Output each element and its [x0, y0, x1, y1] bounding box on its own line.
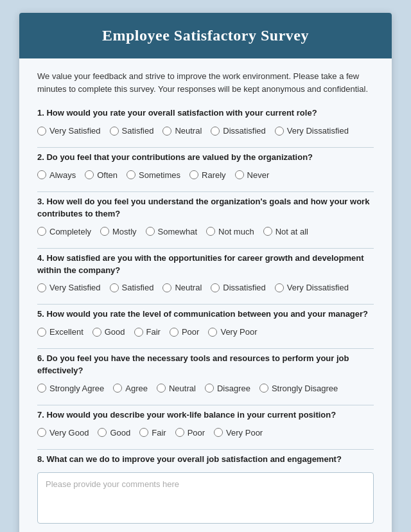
option-label-q1-1: Satisfied [122, 126, 154, 136]
option-item-q1-2[interactable]: Neutral [162, 126, 202, 136]
radio-q2-4[interactable] [235, 170, 244, 179]
radio-q2-1[interactable] [85, 170, 94, 179]
option-item-q4-4[interactable]: Very Dissatisfied [275, 283, 349, 292]
question-text-q3: 3. How well do you feel you understand t… [37, 196, 374, 220]
radio-q7-3[interactable] [175, 428, 184, 437]
radio-q6-0[interactable] [37, 384, 46, 393]
option-item-q1-4[interactable]: Very Dissatisfied [275, 126, 349, 136]
options-row-q7: Very GoodGoodFairPoorVery Poor [37, 428, 374, 438]
option-item-q7-2[interactable]: Fair [139, 428, 166, 438]
option-item-q6-2[interactable]: Neutral [157, 384, 196, 393]
radio-q1-2[interactable] [162, 127, 171, 136]
option-label-q5-0: Excellent [49, 327, 83, 337]
radio-q2-0[interactable] [37, 170, 46, 179]
option-item-q3-3[interactable]: Not much [206, 227, 254, 236]
options-row-q5: ExcellentGoodFairPoorVery Poor [37, 327, 374, 337]
radio-q2-2[interactable] [127, 170, 136, 179]
question-block-q4: 4. How satisfied are you with the opport… [37, 253, 374, 305]
option-item-q4-0[interactable]: Very Satisfied [37, 283, 101, 292]
radio-q1-1[interactable] [110, 127, 119, 136]
survey-title: Employee Satisfactory Survey [39, 27, 372, 44]
radio-q2-3[interactable] [189, 170, 198, 179]
option-item-q7-1[interactable]: Good [98, 428, 130, 438]
option-item-q4-2[interactable]: Neutral [162, 283, 202, 292]
question-text-q8: 8. What can we do to improve your overal… [37, 454, 374, 466]
option-label-q6-3: Disagree [217, 384, 250, 393]
option-item-q1-3[interactable]: Dissatisfied [211, 126, 265, 136]
option-label-q7-2: Fair [152, 428, 166, 438]
radio-q5-4[interactable] [208, 328, 217, 337]
intro-text: We value your feedback and strive to imp… [37, 70, 374, 96]
radio-q4-1[interactable] [110, 283, 119, 292]
radio-q4-0[interactable] [37, 283, 46, 292]
radio-q6-1[interactable] [113, 384, 122, 393]
radio-q6-2[interactable] [157, 384, 166, 393]
option-item-q6-3[interactable]: Disagree [205, 384, 250, 393]
option-item-q4-3[interactable]: Dissatisfied [211, 283, 265, 292]
radio-q5-2[interactable] [134, 328, 143, 337]
survey-card: Employee Satisfactory Survey We value yo… [19, 13, 392, 532]
option-item-q2-1[interactable]: Often [85, 170, 118, 180]
option-item-q7-0[interactable]: Very Good [37, 428, 89, 438]
option-label-q3-3: Not much [218, 227, 254, 236]
radio-q1-0[interactable] [37, 127, 46, 136]
options-row-q4: Very SatisfiedSatisfiedNeutralDissatisfi… [37, 283, 374, 292]
option-item-q1-1[interactable]: Satisfied [110, 126, 154, 136]
option-item-q6-1[interactable]: Agree [113, 384, 148, 393]
radio-q7-2[interactable] [139, 428, 148, 437]
radio-q6-3[interactable] [205, 384, 214, 393]
option-item-q2-0[interactable]: Always [37, 170, 76, 180]
option-item-q5-2[interactable]: Fair [134, 327, 161, 337]
option-label-q5-3: Poor [182, 327, 199, 337]
option-item-q2-4[interactable]: Never [235, 170, 270, 180]
question-block-q1: 1. How would you rate your overall satis… [37, 107, 374, 148]
option-item-q3-2[interactable]: Somewhat [146, 227, 197, 236]
radio-q1-4[interactable] [275, 127, 284, 136]
option-item-q3-0[interactable]: Completely [37, 227, 91, 236]
radio-q3-1[interactable] [100, 227, 109, 236]
option-item-q3-4[interactable]: Not at all [263, 227, 308, 236]
radio-q7-0[interactable] [37, 428, 46, 437]
radio-q6-4[interactable] [259, 384, 268, 393]
option-item-q1-0[interactable]: Very Satisfied [37, 126, 101, 136]
radio-q4-2[interactable] [162, 283, 171, 292]
option-item-q7-3[interactable]: Poor [175, 428, 205, 438]
option-label-q5-2: Fair [146, 327, 161, 337]
options-row-q6: Strongly AgreeAgreeNeutralDisagreeStrong… [37, 384, 374, 393]
option-label-q3-2: Somewhat [158, 227, 197, 236]
option-item-q2-2[interactable]: Sometimes [127, 170, 180, 180]
radio-q7-4[interactable] [214, 428, 223, 437]
radio-q3-2[interactable] [146, 227, 155, 236]
radio-q3-0[interactable] [37, 227, 46, 236]
question-text-q7: 7. How would you describe your work-life… [37, 409, 374, 421]
option-item-q7-4[interactable]: Very Poor [214, 428, 263, 438]
survey-body: We value your feedback and strive to imp… [19, 58, 392, 532]
option-label-q5-4: Very Poor [220, 327, 257, 337]
radio-q5-1[interactable] [92, 328, 101, 337]
option-item-q5-3[interactable]: Poor [170, 327, 199, 337]
option-label-q6-1: Agree [125, 384, 148, 393]
radio-q4-4[interactable] [275, 283, 284, 292]
option-label-q4-4: Very Dissatisfied [287, 283, 349, 292]
option-item-q5-1[interactable]: Good [92, 327, 125, 337]
radio-q1-3[interactable] [211, 127, 220, 136]
option-item-q6-4[interactable]: Strongly Disagree [259, 384, 338, 393]
option-item-q5-0[interactable]: Excellent [37, 327, 83, 337]
comments-textarea-q8[interactable] [37, 472, 374, 524]
radio-q3-3[interactable] [206, 227, 215, 236]
question-block-q3: 3. How well do you feel you understand t… [37, 196, 374, 249]
option-label-q4-3: Dissatisfied [223, 283, 265, 292]
radio-q5-0[interactable] [37, 328, 46, 337]
radio-q3-4[interactable] [263, 227, 272, 236]
option-item-q4-1[interactable]: Satisfied [110, 283, 154, 292]
radio-q7-1[interactable] [98, 428, 107, 437]
option-label-q2-1: Often [97, 170, 118, 180]
radio-q5-3[interactable] [170, 328, 179, 337]
option-item-q3-1[interactable]: Mostly [100, 227, 137, 236]
option-item-q6-0[interactable]: Strongly Agree [37, 384, 104, 393]
option-label-q3-4: Not at all [275, 227, 308, 236]
option-item-q5-4[interactable]: Very Poor [208, 327, 257, 337]
option-label-q7-4: Very Poor [226, 428, 263, 438]
option-item-q2-3[interactable]: Rarely [189, 170, 226, 180]
radio-q4-3[interactable] [211, 283, 220, 292]
